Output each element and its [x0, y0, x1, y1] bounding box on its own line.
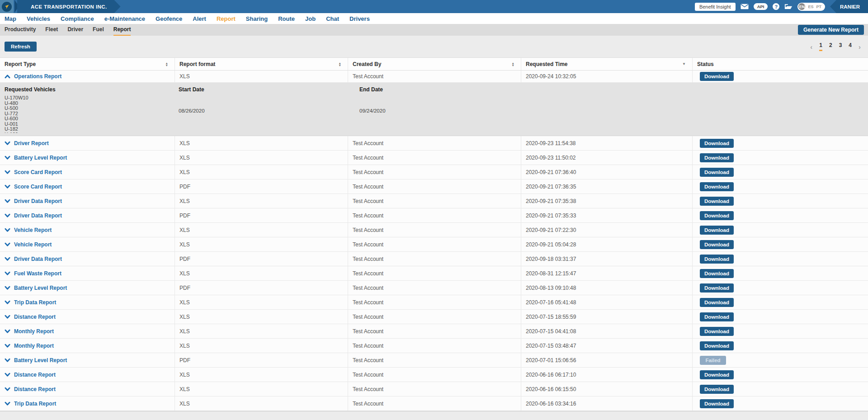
download-button[interactable]: Download	[700, 211, 734, 220]
download-button[interactable]: Download	[700, 72, 734, 81]
report-type-link[interactable]: Trip Data Report	[14, 299, 56, 306]
download-button[interactable]: Download	[700, 399, 734, 408]
nav-item-map[interactable]: Map	[5, 15, 16, 22]
chevron-down-icon[interactable]	[5, 140, 10, 146]
nav-item-drivers[interactable]: Drivers	[349, 15, 370, 22]
report-type-link[interactable]: Distance Report	[14, 372, 56, 378]
report-type-link[interactable]: Driver Data Report	[14, 256, 62, 262]
download-button[interactable]: Download	[700, 327, 734, 336]
report-type-link[interactable]: Driver Data Report	[14, 212, 62, 219]
user-name[interactable]: RANIER	[830, 0, 868, 13]
download-button[interactable]: Download	[700, 269, 734, 278]
report-type-link[interactable]: Trip Data Report	[14, 401, 56, 407]
download-button[interactable]: Download	[700, 226, 734, 235]
column-header[interactable]: Requested Time ▼	[521, 58, 693, 70]
language-option[interactable]: ES	[808, 5, 813, 9]
nav-item-route[interactable]: Route	[278, 15, 295, 22]
nav-item-report[interactable]: Report	[217, 15, 236, 22]
chevron-down-icon[interactable]	[5, 299, 10, 305]
chevron-down-icon[interactable]	[5, 328, 10, 334]
report-type-link[interactable]: Vehicle Report	[14, 227, 52, 233]
nav-item-chat[interactable]: Chat	[326, 15, 339, 22]
download-button[interactable]: Download	[700, 168, 734, 177]
refresh-button[interactable]: Refresh	[5, 42, 37, 52]
download-button[interactable]: Download	[700, 370, 734, 379]
report-type-link[interactable]: Monthly Report	[14, 328, 54, 335]
download-button[interactable]: Download	[700, 197, 734, 206]
pagination-page[interactable]: 4	[849, 42, 852, 51]
pagination-page[interactable]: 2	[829, 42, 832, 51]
nav-item-alert[interactable]: Alert	[193, 15, 206, 22]
report-type-link[interactable]: Score Card Report	[14, 184, 62, 190]
download-button[interactable]: Download	[700, 153, 734, 162]
benefit-insight-button[interactable]: Benefit Insight	[695, 3, 736, 11]
chevron-down-icon[interactable]	[5, 386, 10, 392]
pagination-next-icon[interactable]: ›	[859, 43, 861, 50]
download-button[interactable]: Download	[700, 298, 734, 307]
report-type-link[interactable]: Distance Report	[14, 314, 56, 320]
nav-item-job[interactable]: Job	[305, 15, 316, 22]
chevron-down-icon[interactable]	[5, 343, 10, 349]
pagination-page[interactable]: 1	[819, 42, 822, 51]
report-type-link[interactable]: Vehicle Report	[14, 241, 52, 248]
chevron-down-icon[interactable]	[5, 285, 10, 291]
report-type-link[interactable]: Battery Level Report	[14, 155, 67, 161]
failed-button[interactable]: Failed	[700, 356, 726, 365]
chevron-down-icon[interactable]	[5, 241, 10, 247]
sub-nav-tab-driver[interactable]: Driver	[67, 24, 83, 36]
chevron-down-icon[interactable]	[5, 314, 10, 320]
help-icon[interactable]: ?	[773, 3, 779, 10]
sort-icon[interactable]: ▲▼	[339, 62, 341, 66]
generate-new-report-button[interactable]: Generate New Report	[798, 25, 864, 35]
download-button[interactable]: Download	[700, 255, 734, 264]
nav-item-sharing[interactable]: Sharing	[246, 15, 268, 22]
api-button[interactable]: API	[754, 3, 768, 10]
chevron-down-icon[interactable]	[5, 198, 10, 204]
chevron-down-icon[interactable]	[5, 357, 10, 363]
column-header[interactable]: Status	[693, 58, 868, 70]
sort-icon[interactable]: ▼	[682, 62, 686, 66]
download-button[interactable]: Download	[700, 341, 734, 350]
chevron-down-icon[interactable]	[5, 372, 10, 378]
download-button[interactable]: Download	[700, 240, 734, 249]
chevron-down-icon[interactable]	[5, 401, 10, 406]
report-type-link[interactable]: Battery Level Report	[14, 285, 67, 291]
sort-icon[interactable]: ▲▼	[512, 62, 514, 66]
sub-nav-tab-fuel[interactable]: Fuel	[93, 24, 104, 36]
folder-icon[interactable]	[784, 4, 793, 10]
report-type-link[interactable]: Distance Report	[14, 386, 56, 392]
language-option[interactable]: PT	[816, 5, 821, 9]
nav-item-e-maintenance[interactable]: e-Maintenance	[104, 15, 145, 22]
report-type-link[interactable]: Monthly Report	[14, 343, 54, 349]
pagination-prev-icon[interactable]: ‹	[810, 43, 812, 50]
chevron-down-icon[interactable]	[5, 256, 10, 262]
mail-icon[interactable]	[741, 4, 749, 9]
nav-item-vehicles[interactable]: Vehicles	[27, 15, 50, 22]
chevron-down-icon[interactable]	[5, 270, 10, 276]
download-button[interactable]: Download	[700, 283, 734, 293]
download-button[interactable]: Download	[700, 139, 734, 148]
nav-item-geofence[interactable]: Geofence	[156, 15, 182, 22]
pagination-page[interactable]: 3	[839, 42, 842, 51]
report-type-link[interactable]: Battery Level Report	[14, 357, 67, 363]
sub-nav-tab-productivity[interactable]: Productivity	[5, 24, 36, 36]
download-button[interactable]: Download	[700, 385, 734, 394]
chevron-down-icon[interactable]	[5, 169, 10, 175]
chevron-down-icon[interactable]	[5, 184, 10, 189]
chevron-up-icon[interactable]	[5, 74, 10, 80]
report-type-link[interactable]: Operations Report	[14, 73, 61, 80]
report-type-link[interactable]: Driver Data Report	[14, 198, 62, 204]
language-option[interactable]: EN	[798, 3, 805, 10]
report-type-link[interactable]: Score Card Report	[14, 169, 62, 175]
column-header[interactable]: Report format ▲▼	[175, 58, 348, 70]
nav-item-compliance[interactable]: Compliance	[61, 15, 94, 22]
chevron-down-icon[interactable]	[5, 155, 10, 160]
report-type-link[interactable]: Driver Report	[14, 140, 49, 146]
column-header[interactable]: Created By ▲▼	[348, 58, 521, 70]
column-header[interactable]: Report Type ▲▼	[0, 58, 175, 70]
sort-icon[interactable]: ▲▼	[165, 62, 168, 66]
app-logo[interactable]	[0, 0, 14, 13]
chevron-down-icon[interactable]	[5, 212, 10, 218]
download-button[interactable]: Download	[700, 182, 734, 191]
download-button[interactable]: Download	[700, 312, 734, 321]
